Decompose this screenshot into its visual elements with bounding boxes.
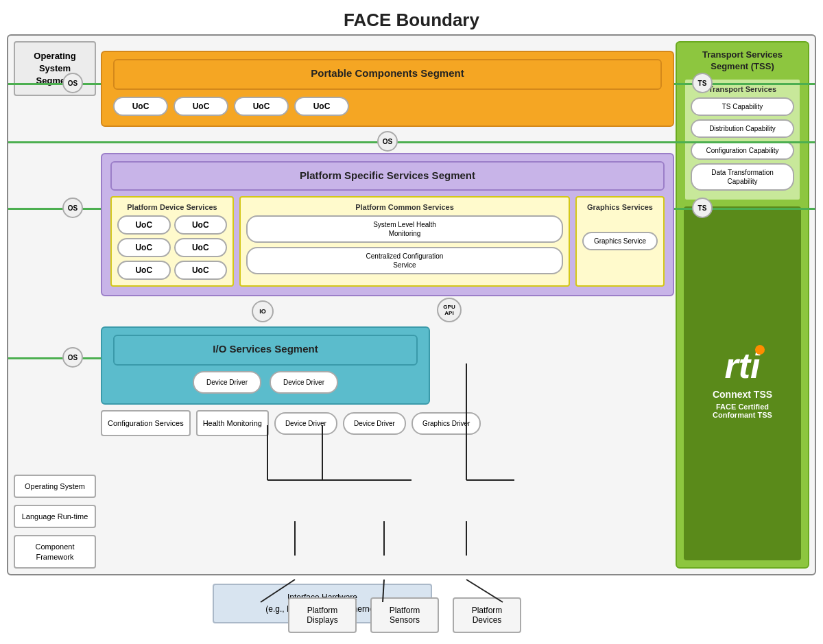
- face-certified-label: FACE CertifiedConformant TSS: [713, 403, 772, 419]
- uoc-1: UoC: [113, 97, 168, 116]
- rti-logo-area: rti Connext TSS FACE CertifiedConformant…: [684, 206, 801, 560]
- ts-circle-middle-right: TS: [692, 198, 713, 218]
- io-circle: IO: [252, 300, 274, 322]
- data-transformation-capability-pill: Data TransformationCapability: [691, 163, 794, 191]
- green-line-2: [8, 141, 815, 143]
- os-circle-middle-left: OS: [62, 198, 83, 218]
- io-connector-row: IO GPUAPI: [101, 296, 674, 326]
- io-driver-2: Device Driver: [270, 371, 338, 394]
- os-circle-center: OS: [377, 131, 398, 152]
- platform-segment-title: Platform Specific Services Segment: [110, 161, 665, 191]
- uoc-3: UoC: [234, 97, 289, 116]
- rti-logo-text: rti: [725, 348, 761, 383]
- operating-system-box: Operating System: [14, 475, 96, 498]
- language-runtime-box: Language Run-time: [14, 505, 96, 528]
- ts-circle-top-right: TS: [692, 73, 713, 93]
- left-sidebar: OperatingSystemSegment Operating System …: [14, 41, 96, 569]
- device-uoc-grid: UoC UoC UoC UoC UoC UoC: [117, 215, 227, 280]
- bottom-boxes-row: Configuration Services Health Monitoring…: [101, 410, 674, 436]
- gpu-api-circle: GPUAPI: [437, 298, 462, 322]
- platform-devices-box: Platform Devices: [453, 597, 521, 633]
- graphics-service-pill: Graphics Service: [582, 232, 658, 250]
- uoc-4: UoC: [294, 97, 349, 116]
- common-services-title: Platform Common Services: [246, 203, 563, 211]
- dev-uoc-1: UoC: [117, 215, 171, 235]
- io-segment-title: I/O Services Segment: [113, 335, 418, 366]
- dev-uoc-2: UoC: [174, 215, 228, 235]
- config-service-pill: Centralized ConfigurationService: [246, 247, 563, 274]
- platform-segment-wrapper: OS TS Platform Specific Services Segment…: [101, 153, 674, 296]
- green-line-4: [8, 357, 101, 359]
- dev-uoc-4: UoC: [174, 238, 228, 257]
- graphics-driver-box: Graphics Driver: [412, 412, 481, 435]
- main-container: FACE Boundary OperatingSystemSegment Ope…: [0, 0, 823, 644]
- ts-capability-pill: TS Capability: [691, 97, 794, 116]
- main-content: OS TS Portable Components Segment UoC Uo…: [101, 41, 674, 569]
- rti-dot: [755, 345, 765, 355]
- graphics-services: Graphics Services Graphics Service: [575, 196, 665, 287]
- portable-segment: Portable Components Segment UoC UoC UoC …: [101, 51, 674, 127]
- uoc-2: UoC: [174, 97, 228, 116]
- platform-displays-box: Platform Displays: [288, 597, 357, 633]
- os-line-2-container: OS: [101, 130, 674, 153]
- platform-hw-boxes: Platform Displays Platform Sensors Platf…: [288, 597, 521, 633]
- platform-common-services: Platform Common Services System Level He…: [239, 196, 570, 287]
- io-drivers: Device Driver Device Driver: [113, 371, 418, 394]
- device-services-title: Platform Device Services: [117, 203, 227, 211]
- configuration-capability-pill: Configuration Capability: [691, 141, 794, 160]
- dev-uoc-6: UoC: [174, 261, 228, 280]
- io-driver-1: Device Driver: [193, 371, 261, 394]
- uoc-grid: UoC UoC UoC UoC: [113, 97, 662, 116]
- io-segment-wrapper: OS I/O Services Segment Device Driver De…: [101, 326, 674, 405]
- tss-title: Transport ServicesSegment (TSS): [684, 49, 801, 73]
- dev-uoc-5: UoC: [117, 261, 171, 280]
- platform-sensors-box: Platform Sensors: [370, 597, 439, 633]
- tss-inner: Transport Services TS Capability Distrib…: [684, 78, 801, 201]
- distribution-capability-pill: Distribution Capability: [691, 119, 794, 138]
- diagram-outer: OperatingSystemSegment Operating System …: [7, 34, 816, 575]
- health-monitoring-box: Health Monitoring: [196, 410, 269, 436]
- io-segment: I/O Services Segment Device Driver Devic…: [101, 326, 430, 405]
- platform-segment: Platform Specific Services Segment Platf…: [101, 153, 674, 296]
- portable-segment-title: Portable Components Segment: [113, 59, 662, 90]
- bottom-driver-2: Device Driver: [343, 412, 406, 435]
- os-circle-top-left: OS: [62, 73, 83, 93]
- platform-device-services: Platform Device Services UoC UoC UoC UoC…: [110, 196, 234, 287]
- platform-inner: Platform Device Services UoC UoC UoC UoC…: [110, 196, 665, 287]
- tss-panel: Transport ServicesSegment (TSS) Transpor…: [676, 41, 809, 569]
- os-circle-bottom-left: OS: [62, 347, 83, 368]
- dev-uoc-3: UoC: [117, 238, 171, 257]
- page-title: FACE Boundary: [0, 0, 823, 36]
- bottom-driver-1: Device Driver: [274, 412, 337, 435]
- component-framework-box: Component Framework: [14, 535, 96, 569]
- health-monitoring-pill: System Level HealthMonitoring: [246, 215, 563, 243]
- connext-tss-label: Connext TSS: [713, 389, 772, 400]
- os-segment-label: OperatingSystemSegment: [14, 41, 96, 96]
- graphics-services-title: Graphics Services: [582, 203, 658, 211]
- config-services-box: Configuration Services: [101, 410, 191, 436]
